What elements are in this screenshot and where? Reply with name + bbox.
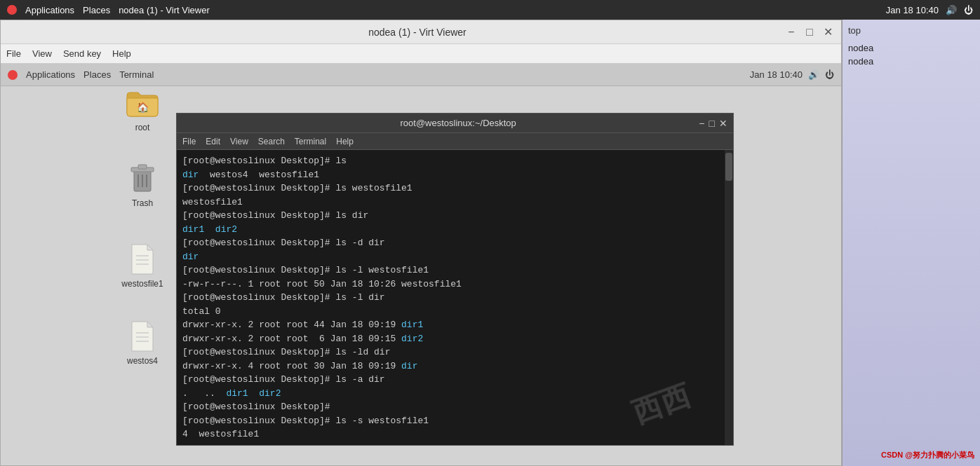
vm-top-bar-right: Jan 18 10:40 🔊 ⏻ xyxy=(750,69,834,80)
vm-applications[interactable]: Applications xyxy=(26,69,75,80)
right-panel-item-2[interactable]: nodea xyxy=(848,55,974,68)
right-panel: top nodea nodea CSDN @努力扑腾的小菜鸟 xyxy=(842,20,980,466)
vm-terminal[interactable]: Terminal xyxy=(119,69,154,80)
trash-icon xyxy=(126,162,159,196)
virt-menu-sendkey[interactable]: Send key xyxy=(63,48,101,59)
virt-menu-view[interactable]: View xyxy=(32,48,52,59)
term-line: . .. dir1 dir2 xyxy=(182,387,727,401)
desktop-icon-westosfile1[interactable]: westosfile1 xyxy=(114,242,170,289)
term-line: drwxr-xr-x. 2 root root 6 Jan 18 09:15 d… xyxy=(182,332,727,346)
file-icon-westosfile1 xyxy=(126,242,159,276)
file-icon-westos4 xyxy=(126,320,159,353)
term-line: [root@westoslinux Desktop]# ls -ld dir xyxy=(182,345,727,359)
virt-maximize-button[interactable]: □ xyxy=(803,26,816,39)
desktop-icon-westosfile1-label: westosfile1 xyxy=(121,279,163,289)
term-line: dir xyxy=(182,250,727,264)
virt-menu-help[interactable]: Help xyxy=(112,48,131,59)
virt-window-controls: − □ ✕ xyxy=(785,26,834,39)
terminal-maximize-button[interactable]: □ xyxy=(709,118,715,129)
system-bar-left: Applications Places nodea (1) - Virt Vie… xyxy=(7,5,210,15)
virt-menu-bar: File View Send key Help xyxy=(1,44,841,64)
system-datetime: Jan 18 10:40 xyxy=(886,5,939,15)
term-line: [root@westoslinux Desktop]# ls -l westos… xyxy=(182,263,727,277)
svg-rect-3 xyxy=(138,165,147,169)
terminal-menu-file[interactable]: File xyxy=(182,137,196,146)
right-panel-item-1[interactable]: nodea xyxy=(848,41,974,55)
vm-desktop: Applications Places Terminal Jan 18 10:4… xyxy=(1,64,841,465)
term-line: [root@westoslinux Desktop]# ls -l dir xyxy=(182,291,727,305)
term-line: [root@westoslinux Desktop]# ls -s westos… xyxy=(182,414,727,428)
terminal-menu-edit[interactable]: Edit xyxy=(206,137,220,146)
terminal-window: root@westoslinux:~/Desktop − □ ✕ File Ed… xyxy=(176,113,734,446)
desktop-icon-root[interactable]: 🏠 root xyxy=(114,86,170,132)
virt-viewer-window: nodea (1) - Virt Viewer − □ ✕ File View … xyxy=(0,20,842,466)
terminal-menu-help[interactable]: Help xyxy=(336,137,354,146)
terminal-title: root@westoslinux:~/Desktop xyxy=(217,118,699,128)
virt-title: nodea (1) - Virt Viewer xyxy=(50,27,785,38)
csdn-watermark: CSDN @努力扑腾的小菜鸟 xyxy=(881,450,974,460)
desktop-icon-westos4[interactable]: westos4 xyxy=(114,320,170,366)
vm-app-dot xyxy=(8,70,18,80)
app-dot xyxy=(7,5,17,15)
terminal-content[interactable]: [root@westoslinux Desktop]# ls dir westo… xyxy=(177,150,733,445)
terminal-minimize-button[interactable]: − xyxy=(699,118,704,129)
svg-text:🏠: 🏠 xyxy=(137,102,149,114)
term-line: 4 westosfile1 xyxy=(182,427,727,441)
term-line: -rw-r--r--. 1 root root 50 Jan 18 10:26 … xyxy=(182,277,727,292)
term-line: drwxr-xr-x. 2 root root 44 Jan 18 09:19 … xyxy=(182,318,727,332)
vm-volume-icon[interactable]: 🔊 xyxy=(808,69,819,80)
terminal-close-button[interactable]: ✕ xyxy=(719,118,727,129)
system-bar-right: Jan 18 10:40 🔊 ⏻ xyxy=(886,5,973,15)
terminal-window-buttons: − □ ✕ xyxy=(699,118,727,129)
terminal-title-bar: root@westoslinux:~/Desktop − □ ✕ xyxy=(177,114,733,133)
term-line: [root@westoslinux Desktop]# ls dir xyxy=(182,209,727,223)
terminal-menu-terminal[interactable]: Terminal xyxy=(295,137,326,146)
vm-datetime: Jan 18 10:40 xyxy=(750,69,803,80)
term-line: westosfile1 xyxy=(182,196,727,210)
terminal-menu-bar: File Edit View Search Terminal Help xyxy=(177,133,733,150)
virt-menu-file[interactable]: File xyxy=(6,48,21,59)
terminal-scrollbar[interactable] xyxy=(725,150,733,445)
terminal-menu-search[interactable]: Search xyxy=(258,137,285,146)
vm-places[interactable]: Places xyxy=(83,69,111,80)
right-panel-title: top xyxy=(848,25,974,36)
terminal-menu-view[interactable]: View xyxy=(230,137,248,146)
vm-top-bar-left: Applications Places Terminal xyxy=(8,69,154,80)
system-applications[interactable]: Applications xyxy=(25,5,74,15)
power-icon[interactable]: ⏻ xyxy=(964,5,973,15)
virt-close-button[interactable]: ✕ xyxy=(821,26,834,39)
vm-power-icon[interactable]: ⏻ xyxy=(825,69,834,80)
term-line: total 0 xyxy=(182,305,727,319)
system-window-title: nodea (1) - Virt Viewer xyxy=(119,5,210,15)
term-line: dir1 dir2 xyxy=(182,223,727,237)
desktop-icon-trash-label: Trash xyxy=(132,198,153,208)
term-line: [root@westoslinux Desktop]# ls westosfil… xyxy=(182,181,727,196)
desktop-icon-root-label: root xyxy=(135,123,150,132)
desktop-icon-westos4-label: westos4 xyxy=(127,356,158,366)
term-line: drwxr-xr-x. 4 root root 30 Jan 18 09:19 … xyxy=(182,359,727,374)
term-line: dir westos4 westosfile1 xyxy=(182,168,727,182)
vm-top-bar: Applications Places Terminal Jan 18 10:4… xyxy=(1,64,841,86)
term-line: [root@westoslinux Desktop]# ls -a dir xyxy=(182,373,727,387)
system-places[interactable]: Places xyxy=(83,5,110,15)
desktop-icon-trash[interactable]: Trash xyxy=(114,162,170,208)
system-bar: Applications Places nodea (1) - Virt Vie… xyxy=(0,0,980,20)
virt-minimize-button[interactable]: − xyxy=(785,26,798,39)
term-line: [root@westoslinux Desktop]# ls -d dir xyxy=(182,236,727,250)
term-line: [root@westoslinux Desktop]# ls xyxy=(182,154,727,168)
term-line: [root@westoslinux Desktop]# xyxy=(182,400,727,414)
volume-icon[interactable]: 🔊 xyxy=(946,5,957,15)
virt-title-bar: nodea (1) - Virt Viewer − □ ✕ xyxy=(1,20,841,44)
folder-icon: 🏠 xyxy=(126,86,159,120)
